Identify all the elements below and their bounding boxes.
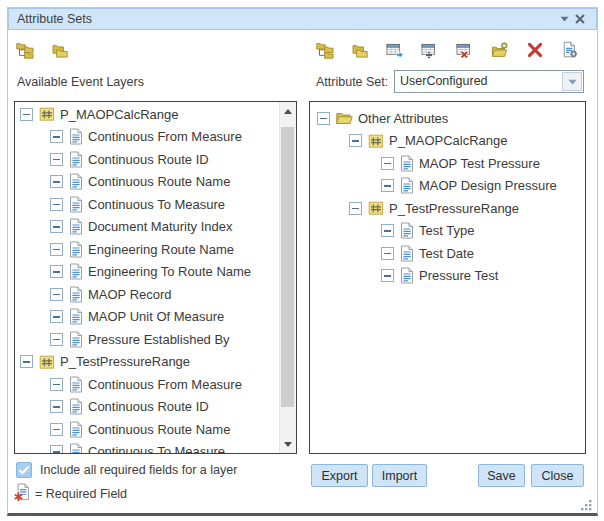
collapse-icon[interactable] [50, 198, 63, 211]
tree-item-label[interactable]: Other Attributes [358, 111, 448, 126]
folder-tree-icon[interactable] [316, 41, 334, 59]
collapse-icon[interactable] [50, 310, 63, 323]
tree-item-label[interactable]: Engineering To Route Name [88, 264, 251, 279]
collapse-icon[interactable] [50, 243, 63, 256]
tree-item[interactable]: Document Maturity Index [15, 216, 279, 239]
tree-item-label[interactable]: P_MAOPCalcRange [60, 107, 179, 122]
tree-item[interactable]: P_MAOPCalcRange [15, 103, 279, 126]
collapse-icon[interactable] [381, 224, 394, 237]
tree-item-label[interactable]: MAOP Unit Of Measure [88, 309, 224, 324]
tree-item[interactable]: P_MAOPCalcRange [310, 130, 585, 153]
folders-icon[interactable] [351, 41, 369, 59]
collapse-icon[interactable] [349, 134, 362, 147]
tree-item-label[interactable]: P_MAOPCalcRange [389, 133, 508, 148]
import-button[interactable]: Import [372, 464, 427, 487]
tree-item[interactable]: MAOP Record [15, 283, 279, 306]
tree-item-label[interactable]: Continuous To Measure [88, 444, 225, 453]
tree-item[interactable]: Engineering To Route Name [15, 261, 279, 284]
tree-item-label[interactable]: MAOP Design Pressure [419, 178, 557, 193]
close-icon[interactable] [572, 11, 588, 27]
collapse-icon[interactable] [50, 333, 63, 346]
table-x-icon[interactable] [456, 41, 474, 59]
tree-item[interactable]: Continuous From Measure [15, 126, 279, 149]
collapse-icon[interactable] [50, 130, 63, 143]
collapse-icon[interactable] [50, 175, 63, 188]
tree-item-label[interactable]: Continuous Route ID [88, 152, 209, 167]
close-button[interactable]: Close [531, 464, 584, 487]
save-button[interactable]: Save [478, 464, 525, 487]
collapse-icon[interactable] [50, 445, 63, 453]
tree-item[interactable]: MAOP Design Pressure [310, 175, 585, 198]
collapse-icon[interactable] [50, 288, 63, 301]
folder-gear-icon[interactable] [491, 41, 509, 59]
tree-item[interactable]: MAOP Test Pressure [310, 152, 585, 175]
include-required-fields-checkbox[interactable] [16, 462, 32, 478]
collapse-icon[interactable] [50, 265, 63, 278]
attribute-set-combobox[interactable]: UserConfigured [394, 70, 584, 93]
vertical-scrollbar[interactable] [279, 102, 296, 453]
collapse-icon[interactable] [50, 220, 63, 233]
tree-item-label[interactable]: Test Type [419, 223, 474, 238]
collapse-icon[interactable] [50, 423, 63, 436]
tree-item[interactable]: Continuous To Measure [15, 193, 279, 216]
tree-item-label[interactable]: P_TestPressureRange [60, 354, 190, 369]
dialog-titlebar[interactable]: Attribute Sets [8, 8, 597, 30]
export-button[interactable]: Export [311, 464, 368, 487]
tree-item-label[interactable]: Continuous To Measure [88, 197, 225, 212]
tree-item-label[interactable]: Pressure Test [419, 268, 498, 283]
tree-item[interactable]: Continuous Route Name [15, 418, 279, 441]
tree-item[interactable]: Test Date [310, 242, 585, 265]
tree-item[interactable]: P_TestPressureRange [310, 197, 585, 220]
collapse-icon[interactable] [381, 269, 394, 282]
tree-item-label[interactable]: Continuous Route Name [88, 422, 230, 437]
collapse-icon[interactable] [349, 202, 362, 215]
collapse-icon[interactable] [50, 378, 63, 391]
tree-item[interactable]: Test Type [310, 220, 585, 243]
tree-item-label[interactable]: MAOP Test Pressure [419, 156, 540, 171]
tree-item-label[interactable]: Continuous Route Name [88, 174, 230, 189]
tree-item[interactable]: Continuous Route ID [15, 148, 279, 171]
scrollbar-thumb[interactable] [281, 127, 294, 407]
tree-item[interactable]: Other Attributes [310, 107, 585, 130]
tree-item[interactable]: Engineering Route Name [15, 238, 279, 261]
tree-item[interactable]: Continuous From Measure [15, 373, 279, 396]
tree-item[interactable]: Pressure Test [310, 265, 585, 288]
field-doc-icon [69, 331, 83, 348]
tree-item-label[interactable]: Continuous From Measure [88, 129, 242, 144]
collapse-icon[interactable] [20, 355, 33, 368]
tree-item-label[interactable]: Continuous Route ID [88, 399, 209, 414]
collapse-icon[interactable] [381, 157, 394, 170]
tree-item[interactable]: Continuous To Measure [15, 441, 279, 454]
tree-item[interactable]: Continuous Route Name [15, 171, 279, 194]
combo-dropdown-button[interactable] [562, 72, 582, 91]
collapse-icon[interactable] [20, 108, 33, 121]
field-doc-icon [69, 241, 83, 258]
tree-item-label[interactable]: Document Maturity Index [88, 219, 233, 234]
red-x-icon[interactable] [526, 41, 544, 59]
table-arrow-icon[interactable] [386, 41, 404, 59]
tree-item-label[interactable]: Continuous From Measure [88, 377, 242, 392]
folders-icon[interactable] [51, 41, 69, 59]
tree-item-label[interactable]: Test Date [419, 246, 474, 261]
tree-item[interactable]: Pressure Established By [15, 328, 279, 351]
titlebar-dropdown-caret-icon[interactable] [556, 11, 572, 27]
collapse-icon[interactable] [317, 112, 330, 125]
collapse-icon[interactable] [381, 179, 394, 192]
folder-tree-icon[interactable] [16, 41, 34, 59]
tree-item-label[interactable]: MAOP Record [88, 287, 172, 302]
event-layer-icon [39, 106, 55, 122]
collapse-icon[interactable] [381, 247, 394, 260]
tree-item[interactable]: MAOP Unit Of Measure [15, 306, 279, 329]
tree-item-label[interactable]: P_TestPressureRange [389, 201, 519, 216]
document-gear-icon[interactable] [561, 41, 579, 59]
table-plus-icon[interactable] [421, 41, 439, 59]
scroll-down-icon[interactable] [280, 436, 296, 452]
tree-item-label[interactable]: Pressure Established By [88, 332, 230, 347]
collapse-icon[interactable] [50, 400, 63, 413]
scroll-up-icon[interactable] [280, 103, 296, 119]
tree-item[interactable]: P_TestPressureRange [15, 351, 279, 374]
tree-item[interactable]: Continuous Route ID [15, 396, 279, 419]
resize-grip[interactable] [580, 498, 593, 511]
tree-item-label[interactable]: Engineering Route Name [88, 242, 234, 257]
collapse-icon[interactable] [50, 153, 63, 166]
